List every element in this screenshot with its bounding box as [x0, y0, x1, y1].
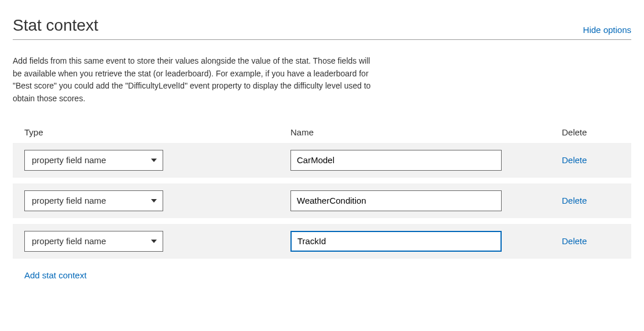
- table-row: property field nameDelete: [13, 183, 631, 218]
- type-select[interactable]: property field name: [24, 190, 163, 211]
- type-select-label: property field name: [32, 196, 106, 205]
- name-input[interactable]: [290, 150, 502, 171]
- table-row: property field nameDelete: [13, 143, 631, 178]
- delete-link[interactable]: Delete: [562, 236, 587, 246]
- add-stat-context-link[interactable]: Add stat context: [24, 270, 87, 280]
- table-row: property field nameDelete: [13, 224, 631, 259]
- chevron-down-icon: [151, 199, 157, 203]
- hide-options-link[interactable]: Hide options: [583, 25, 631, 35]
- column-header-name: Name: [290, 127, 562, 137]
- section-description: Add fields from this same event to store…: [13, 55, 371, 105]
- delete-link[interactable]: Delete: [562, 155, 587, 165]
- column-header-type: Type: [24, 127, 290, 137]
- name-input[interactable]: [290, 231, 502, 252]
- chevron-down-icon: [151, 159, 157, 162]
- type-select-label: property field name: [32, 155, 106, 165]
- name-input[interactable]: [290, 190, 502, 211]
- table-header: Type Name Delete: [13, 127, 631, 143]
- page-title: Stat context: [13, 16, 98, 35]
- delete-link[interactable]: Delete: [562, 196, 587, 205]
- chevron-down-icon: [151, 240, 157, 243]
- column-header-delete: Delete: [562, 127, 620, 137]
- section-header: Stat context Hide options: [13, 16, 631, 40]
- type-select-label: property field name: [32, 236, 106, 246]
- rows-container: property field nameDeleteproperty field …: [13, 143, 631, 259]
- type-select[interactable]: property field name: [24, 150, 163, 171]
- type-select[interactable]: property field name: [24, 231, 163, 252]
